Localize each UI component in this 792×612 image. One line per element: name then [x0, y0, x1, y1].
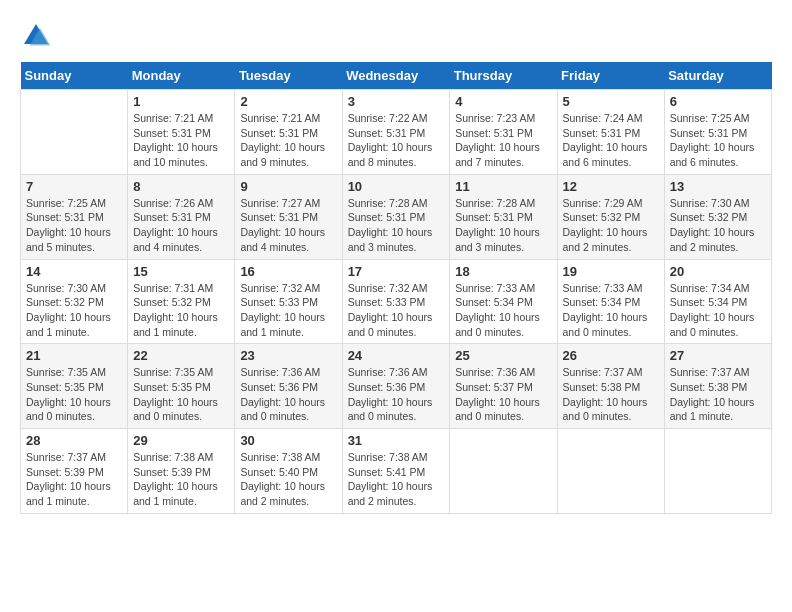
- week-row-1: 1Sunrise: 7:21 AM Sunset: 5:31 PM Daylig…: [21, 90, 772, 175]
- day-detail: Sunrise: 7:32 AM Sunset: 5:33 PM Dayligh…: [348, 281, 445, 340]
- day-number: 25: [455, 348, 551, 363]
- day-number: 6: [670, 94, 766, 109]
- calendar-cell: [21, 90, 128, 175]
- day-number: 19: [563, 264, 659, 279]
- day-number: 17: [348, 264, 445, 279]
- day-detail: Sunrise: 7:36 AM Sunset: 5:36 PM Dayligh…: [240, 365, 336, 424]
- calendar-table: SundayMondayTuesdayWednesdayThursdayFrid…: [20, 62, 772, 514]
- weekday-header-monday: Monday: [128, 62, 235, 90]
- calendar-cell: 12Sunrise: 7:29 AM Sunset: 5:32 PM Dayli…: [557, 174, 664, 259]
- weekday-header-row: SundayMondayTuesdayWednesdayThursdayFrid…: [21, 62, 772, 90]
- day-number: 3: [348, 94, 445, 109]
- calendar-cell: 20Sunrise: 7:34 AM Sunset: 5:34 PM Dayli…: [664, 259, 771, 344]
- day-detail: Sunrise: 7:33 AM Sunset: 5:34 PM Dayligh…: [455, 281, 551, 340]
- day-detail: Sunrise: 7:36 AM Sunset: 5:37 PM Dayligh…: [455, 365, 551, 424]
- day-detail: Sunrise: 7:22 AM Sunset: 5:31 PM Dayligh…: [348, 111, 445, 170]
- day-number: 27: [670, 348, 766, 363]
- calendar-cell: 31Sunrise: 7:38 AM Sunset: 5:41 PM Dayli…: [342, 429, 450, 514]
- day-detail: Sunrise: 7:26 AM Sunset: 5:31 PM Dayligh…: [133, 196, 229, 255]
- weekday-header-sunday: Sunday: [21, 62, 128, 90]
- day-number: 22: [133, 348, 229, 363]
- day-number: 29: [133, 433, 229, 448]
- calendar-cell: 15Sunrise: 7:31 AM Sunset: 5:32 PM Dayli…: [128, 259, 235, 344]
- day-detail: Sunrise: 7:28 AM Sunset: 5:31 PM Dayligh…: [455, 196, 551, 255]
- day-number: 24: [348, 348, 445, 363]
- day-number: 15: [133, 264, 229, 279]
- weekday-header-wednesday: Wednesday: [342, 62, 450, 90]
- header: [20, 20, 772, 52]
- weekday-header-thursday: Thursday: [450, 62, 557, 90]
- week-row-4: 21Sunrise: 7:35 AM Sunset: 5:35 PM Dayli…: [21, 344, 772, 429]
- day-detail: Sunrise: 7:38 AM Sunset: 5:40 PM Dayligh…: [240, 450, 336, 509]
- day-number: 28: [26, 433, 122, 448]
- day-detail: Sunrise: 7:23 AM Sunset: 5:31 PM Dayligh…: [455, 111, 551, 170]
- day-number: 11: [455, 179, 551, 194]
- week-row-5: 28Sunrise: 7:37 AM Sunset: 5:39 PM Dayli…: [21, 429, 772, 514]
- day-detail: Sunrise: 7:30 AM Sunset: 5:32 PM Dayligh…: [26, 281, 122, 340]
- calendar-cell: 14Sunrise: 7:30 AM Sunset: 5:32 PM Dayli…: [21, 259, 128, 344]
- day-number: 5: [563, 94, 659, 109]
- day-number: 8: [133, 179, 229, 194]
- weekday-header-friday: Friday: [557, 62, 664, 90]
- calendar-cell: 5Sunrise: 7:24 AM Sunset: 5:31 PM Daylig…: [557, 90, 664, 175]
- calendar-cell: 2Sunrise: 7:21 AM Sunset: 5:31 PM Daylig…: [235, 90, 342, 175]
- calendar-cell: 3Sunrise: 7:22 AM Sunset: 5:31 PM Daylig…: [342, 90, 450, 175]
- week-row-3: 14Sunrise: 7:30 AM Sunset: 5:32 PM Dayli…: [21, 259, 772, 344]
- day-detail: Sunrise: 7:38 AM Sunset: 5:41 PM Dayligh…: [348, 450, 445, 509]
- day-detail: Sunrise: 7:35 AM Sunset: 5:35 PM Dayligh…: [26, 365, 122, 424]
- calendar-cell: 24Sunrise: 7:36 AM Sunset: 5:36 PM Dayli…: [342, 344, 450, 429]
- day-number: 2: [240, 94, 336, 109]
- calendar-cell: 10Sunrise: 7:28 AM Sunset: 5:31 PM Dayli…: [342, 174, 450, 259]
- weekday-header-tuesday: Tuesday: [235, 62, 342, 90]
- day-detail: Sunrise: 7:29 AM Sunset: 5:32 PM Dayligh…: [563, 196, 659, 255]
- day-detail: Sunrise: 7:31 AM Sunset: 5:32 PM Dayligh…: [133, 281, 229, 340]
- weekday-header-saturday: Saturday: [664, 62, 771, 90]
- day-number: 26: [563, 348, 659, 363]
- day-number: 10: [348, 179, 445, 194]
- calendar-cell: 17Sunrise: 7:32 AM Sunset: 5:33 PM Dayli…: [342, 259, 450, 344]
- day-detail: Sunrise: 7:27 AM Sunset: 5:31 PM Dayligh…: [240, 196, 336, 255]
- logo: [20, 20, 56, 52]
- calendar-cell: 16Sunrise: 7:32 AM Sunset: 5:33 PM Dayli…: [235, 259, 342, 344]
- day-detail: Sunrise: 7:37 AM Sunset: 5:39 PM Dayligh…: [26, 450, 122, 509]
- calendar-cell: 29Sunrise: 7:38 AM Sunset: 5:39 PM Dayli…: [128, 429, 235, 514]
- day-detail: Sunrise: 7:21 AM Sunset: 5:31 PM Dayligh…: [133, 111, 229, 170]
- calendar-cell: 6Sunrise: 7:25 AM Sunset: 5:31 PM Daylig…: [664, 90, 771, 175]
- day-number: 1: [133, 94, 229, 109]
- calendar-cell: 1Sunrise: 7:21 AM Sunset: 5:31 PM Daylig…: [128, 90, 235, 175]
- day-number: 23: [240, 348, 336, 363]
- day-number: 18: [455, 264, 551, 279]
- day-detail: Sunrise: 7:30 AM Sunset: 5:32 PM Dayligh…: [670, 196, 766, 255]
- day-detail: Sunrise: 7:37 AM Sunset: 5:38 PM Dayligh…: [670, 365, 766, 424]
- day-number: 4: [455, 94, 551, 109]
- day-number: 9: [240, 179, 336, 194]
- calendar-cell: 4Sunrise: 7:23 AM Sunset: 5:31 PM Daylig…: [450, 90, 557, 175]
- page-wrapper: SundayMondayTuesdayWednesdayThursdayFrid…: [20, 20, 772, 514]
- calendar-cell: 23Sunrise: 7:36 AM Sunset: 5:36 PM Dayli…: [235, 344, 342, 429]
- calendar-cell: [664, 429, 771, 514]
- day-number: 7: [26, 179, 122, 194]
- day-detail: Sunrise: 7:38 AM Sunset: 5:39 PM Dayligh…: [133, 450, 229, 509]
- day-detail: Sunrise: 7:36 AM Sunset: 5:36 PM Dayligh…: [348, 365, 445, 424]
- day-number: 20: [670, 264, 766, 279]
- calendar-cell: 27Sunrise: 7:37 AM Sunset: 5:38 PM Dayli…: [664, 344, 771, 429]
- day-detail: Sunrise: 7:33 AM Sunset: 5:34 PM Dayligh…: [563, 281, 659, 340]
- day-detail: Sunrise: 7:21 AM Sunset: 5:31 PM Dayligh…: [240, 111, 336, 170]
- calendar-cell: 18Sunrise: 7:33 AM Sunset: 5:34 PM Dayli…: [450, 259, 557, 344]
- day-detail: Sunrise: 7:28 AM Sunset: 5:31 PM Dayligh…: [348, 196, 445, 255]
- day-detail: Sunrise: 7:25 AM Sunset: 5:31 PM Dayligh…: [26, 196, 122, 255]
- calendar-cell: 7Sunrise: 7:25 AM Sunset: 5:31 PM Daylig…: [21, 174, 128, 259]
- day-detail: Sunrise: 7:24 AM Sunset: 5:31 PM Dayligh…: [563, 111, 659, 170]
- day-detail: Sunrise: 7:32 AM Sunset: 5:33 PM Dayligh…: [240, 281, 336, 340]
- day-detail: Sunrise: 7:34 AM Sunset: 5:34 PM Dayligh…: [670, 281, 766, 340]
- logo-icon: [20, 20, 52, 52]
- calendar-cell: 11Sunrise: 7:28 AM Sunset: 5:31 PM Dayli…: [450, 174, 557, 259]
- day-number: 21: [26, 348, 122, 363]
- calendar-cell: 25Sunrise: 7:36 AM Sunset: 5:37 PM Dayli…: [450, 344, 557, 429]
- calendar-cell: [557, 429, 664, 514]
- calendar-cell: 13Sunrise: 7:30 AM Sunset: 5:32 PM Dayli…: [664, 174, 771, 259]
- calendar-cell: [450, 429, 557, 514]
- day-number: 14: [26, 264, 122, 279]
- calendar-cell: 21Sunrise: 7:35 AM Sunset: 5:35 PM Dayli…: [21, 344, 128, 429]
- day-number: 12: [563, 179, 659, 194]
